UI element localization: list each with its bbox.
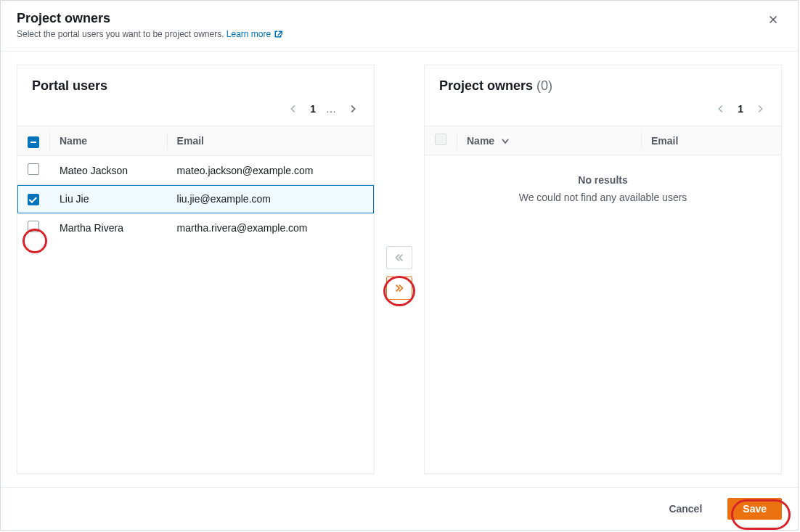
row-checkbox[interactable] xyxy=(28,163,39,175)
table-row[interactable]: Liu Jie liu.jie@example.com xyxy=(17,185,374,213)
portal-users-title: Portal users xyxy=(32,78,359,94)
page-number[interactable]: 1 xyxy=(738,103,743,115)
save-button[interactable]: Save xyxy=(727,498,782,520)
sort-indicator-icon xyxy=(502,135,509,147)
row-checkbox[interactable] xyxy=(28,221,39,232)
portal-users-table: Name Email Mateo Jackson mateo.jackson@e… xyxy=(17,126,374,242)
project-owners-pagination: 1 xyxy=(425,98,781,126)
select-all-checkbox xyxy=(435,134,446,145)
page-next-button[interactable] xyxy=(754,102,767,115)
page-prev-button[interactable] xyxy=(714,102,727,115)
double-chevron-left-icon xyxy=(394,253,404,263)
project-owners-panel: Project owners (0) 1 xyxy=(424,65,782,474)
user-email: mateo.jackson@example.com xyxy=(167,156,374,185)
user-name: Martha Rivera xyxy=(49,213,167,242)
modal-subtitle: Select the portal users you want to be p… xyxy=(17,29,282,39)
table-row[interactable]: Mateo Jackson mateo.jackson@example.com xyxy=(17,156,374,185)
double-chevron-right-icon xyxy=(394,283,404,293)
project-owners-table: Name Email xyxy=(425,126,781,155)
modal-header: Project owners Select the portal users y… xyxy=(1,1,798,52)
row-checkbox[interactable] xyxy=(28,194,39,205)
external-link-icon xyxy=(274,30,282,38)
column-name[interactable]: Name xyxy=(457,126,641,155)
chevron-right-icon xyxy=(348,104,358,114)
pagination-ellipsis: … xyxy=(326,103,336,115)
portal-users-pagination: 1 … xyxy=(17,98,374,126)
remove-from-owners-button[interactable] xyxy=(386,246,412,269)
column-email[interactable]: Email xyxy=(641,126,781,155)
user-name: Liu Jie xyxy=(49,185,167,213)
empty-title: No results xyxy=(432,174,774,186)
column-name[interactable]: Name xyxy=(49,126,167,156)
column-email[interactable]: Email xyxy=(167,126,374,156)
project-owners-modal: Project owners Select the portal users y… xyxy=(0,0,799,531)
portal-users-panel: Portal users 1 … xyxy=(17,65,375,474)
user-name: Mateo Jackson xyxy=(49,156,167,185)
learn-more-link[interactable]: Learn more xyxy=(226,29,282,39)
page-number[interactable]: 1 xyxy=(310,103,316,115)
project-owners-count: (0) xyxy=(536,78,552,93)
close-button[interactable] xyxy=(764,11,782,28)
page-next-button[interactable] xyxy=(346,102,359,115)
modal-footer: Cancel Save xyxy=(1,487,798,530)
page-prev-button[interactable] xyxy=(287,102,300,115)
transfer-controls xyxy=(385,65,414,474)
chevron-right-icon xyxy=(755,104,765,114)
add-to-owners-button[interactable] xyxy=(386,277,412,300)
project-owners-title: Project owners (0) xyxy=(439,78,767,94)
user-email: martha.rivera@example.com xyxy=(167,213,374,242)
modal-body: Portal users 1 … xyxy=(1,52,798,487)
table-row[interactable]: Martha Rivera martha.rivera@example.com xyxy=(17,213,374,242)
user-email: liu.jie@example.com xyxy=(167,185,374,213)
empty-state: No results We could not find any availab… xyxy=(425,155,781,222)
chevron-left-icon xyxy=(288,104,298,114)
empty-subtitle: We could not find any available users xyxy=(432,192,774,203)
close-icon xyxy=(769,14,777,25)
cancel-button[interactable]: Cancel xyxy=(653,498,717,520)
chevron-left-icon xyxy=(716,104,726,114)
modal-title: Project owners xyxy=(17,11,282,26)
select-all-checkbox[interactable] xyxy=(28,136,39,148)
